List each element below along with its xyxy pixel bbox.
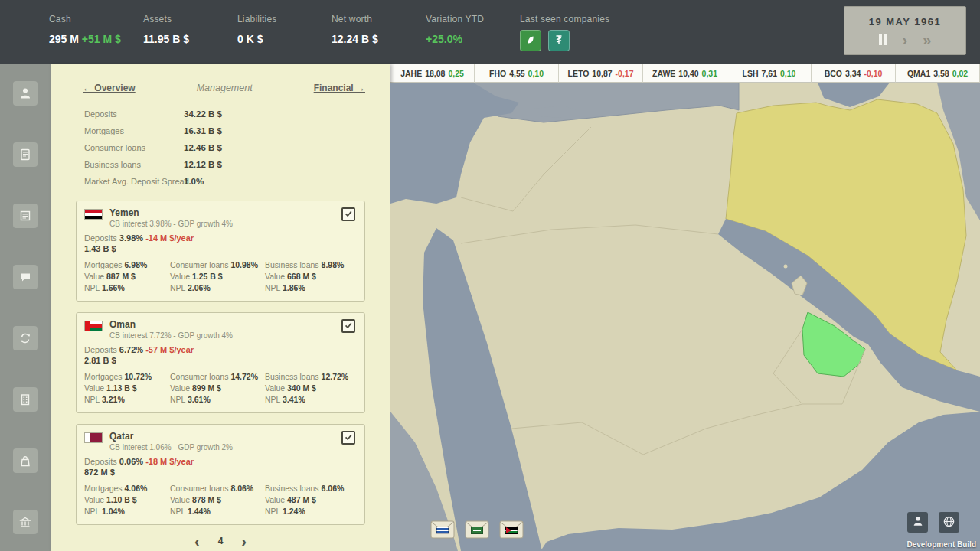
cash-value: 295 M <box>49 33 79 45</box>
loan-rate: 12.72% <box>322 372 349 381</box>
npl-label: NPL <box>84 283 100 292</box>
pause-button[interactable] <box>879 34 887 45</box>
report-list-icon <box>18 209 32 223</box>
total-mortgages-label: Mortgages <box>84 126 184 135</box>
edit-country-button[interactable] <box>341 207 355 221</box>
nav-overview-link[interactable]: ← Overview <box>83 83 136 93</box>
israel-flag-icon <box>436 527 449 534</box>
fast-forward-button[interactable]: » <box>923 34 931 46</box>
variation-ytd-label: Variation YTD <box>426 14 520 24</box>
stock-ticker: JAHE 18,08 0,25 FHO 4,55 0,10 LETO 10,87… <box>390 64 980 83</box>
date-widget: 19 MAY 1961 › » <box>844 6 966 55</box>
deposit-total: 2.81 B $ <box>84 356 355 365</box>
total-business-loans-row: Business loans 12.12 B $ <box>84 156 390 173</box>
nav-financial-link[interactable]: Financial → <box>314 83 365 93</box>
loan-value: 899 M $ <box>192 383 221 393</box>
loan-rate: 8.06% <box>230 484 253 493</box>
dev-build-label: Development Build <box>906 540 976 549</box>
loan-label: Mortgages <box>84 260 122 269</box>
deposit-change: -57 M $/year <box>145 345 194 354</box>
country-card-oman: Oman CB interest 7.72% - GDP growth 4% D… <box>76 312 365 413</box>
value-label: Value <box>265 383 285 393</box>
middle-east-map[interactable] <box>390 83 980 551</box>
loan-rate: 14.72% <box>230 372 258 381</box>
ticker-change: 0,25 <box>448 69 463 78</box>
cash-label: Cash <box>49 14 143 24</box>
ticker-change: 0,10 <box>528 69 544 78</box>
loan-rate: 4.06% <box>125 484 148 493</box>
total-deposits-value: 34.22 B $ <box>184 109 222 119</box>
mortgages-column: Mortgages 10.72% Value 1.13 B $ NPL 3.21… <box>84 371 170 406</box>
sidebar-item-messages[interactable] <box>13 265 38 289</box>
sidebar-item-contracts[interactable] <box>13 142 38 167</box>
sidebar-item-products[interactable] <box>13 448 38 473</box>
next-page-button[interactable]: › <box>241 535 247 547</box>
globe-icon <box>942 515 956 530</box>
mail-israel-button[interactable] <box>430 520 455 539</box>
deposits-label: Deposits <box>84 233 117 243</box>
person-icon <box>912 515 924 530</box>
loan-rate: 6.06% <box>322 484 345 493</box>
loan-label: Mortgages <box>84 484 122 493</box>
ticker-item-jahe[interactable]: JAHE 18,08 0,25 <box>390 64 475 83</box>
ticker-change: 0,10 <box>780 69 795 78</box>
sidebar-item-central-bank[interactable] <box>13 510 38 534</box>
population-button[interactable] <box>907 512 928 533</box>
loan-value: 340 M $ <box>287 383 316 393</box>
ticker-item-lsh[interactable]: LSH 7,61 0,10 <box>727 64 812 83</box>
total-mortgages-value: 16.31 B $ <box>184 126 222 135</box>
ticker-change: -0,10 <box>864 69 882 78</box>
deposits-label: Deposits <box>84 345 117 354</box>
edit-country-button[interactable] <box>341 431 355 445</box>
loan-rate: 8.98% <box>322 260 345 269</box>
world-view-button[interactable] <box>939 512 959 533</box>
ticker-change: 0,02 <box>952 69 968 78</box>
check-icon <box>344 432 353 444</box>
loan-label: Business loans <box>265 372 319 381</box>
top-stats-bar: Cash 295 M +51 M $ Assets 11.95 B $ Liab… <box>0 0 980 64</box>
company-currency-logo-button[interactable] <box>548 30 570 51</box>
mail-notifications <box>430 520 524 539</box>
office-building-icon <box>18 393 32 406</box>
loan-npl: 3.61% <box>188 395 211 404</box>
ticker-symbol: LSH <box>743 69 759 78</box>
yemen-flag-icon <box>84 209 103 220</box>
deposit-total: 1.43 B $ <box>84 244 355 253</box>
consumer-loans-column: Consumer loans 10.98% Value 1.25 B $ NPL… <box>170 259 265 294</box>
total-business-loans-label: Business loans <box>84 160 184 169</box>
company-leaf-logo-button[interactable] <box>520 30 541 51</box>
sidebar-item-profile[interactable] <box>13 81 38 106</box>
loan-npl: 3.21% <box>102 395 125 404</box>
stat-variation-ytd: Variation YTD +25.0% <box>426 14 520 45</box>
loan-rate: 6.98% <box>125 260 148 269</box>
deposit-total: 872 M $ <box>84 468 355 477</box>
loan-value: 668 M $ <box>287 272 316 281</box>
country-cb-line: CB interest 1.06% - GDP growth 2% <box>109 443 341 452</box>
ticker-item-zawe[interactable]: ZAWE 10,40 0,31 <box>643 64 727 83</box>
sidebar-item-transfers[interactable] <box>13 326 38 350</box>
ticker-item-leto[interactable]: LETO 10,87 -0,17 <box>559 64 643 83</box>
total-consumer-loans-value: 12.46 B $ <box>184 143 222 152</box>
prev-page-button[interactable]: ‹ <box>194 535 200 547</box>
sidebar <box>0 64 51 551</box>
world-map-area: Development Build <box>390 83 980 551</box>
oman-flag-icon <box>84 321 103 331</box>
sidebar-item-reports[interactable] <box>13 204 38 228</box>
sidebar-item-branches[interactable] <box>13 387 38 412</box>
page-number: 4 <box>218 536 224 546</box>
bag-icon <box>18 454 32 468</box>
loan-label: Business loans <box>265 484 319 493</box>
mail-jordan-button[interactable] <box>499 520 524 539</box>
play-button[interactable]: › <box>903 34 908 46</box>
loan-value: 887 M $ <box>106 272 136 281</box>
ticker-symbol: LETO <box>567 69 589 78</box>
ticker-item-fho[interactable]: FHO 4,55 0,10 <box>475 64 559 83</box>
mail-saudi-arabia-button[interactable] <box>465 520 489 539</box>
map-region-bahrain[interactable] <box>784 265 788 269</box>
company-leaf-icon <box>524 34 537 48</box>
ticker-item-qma1[interactable]: QMA1 3,58 0,02 <box>896 64 980 83</box>
mortgages-column: Mortgages 4.06% Value 1.10 B $ NPL 1.04% <box>84 483 170 517</box>
edit-country-button[interactable] <box>341 319 355 333</box>
ticker-item-bco[interactable]: BCO 3,34 -0,10 <box>812 64 896 83</box>
ticker-change: 0,31 <box>702 69 717 78</box>
